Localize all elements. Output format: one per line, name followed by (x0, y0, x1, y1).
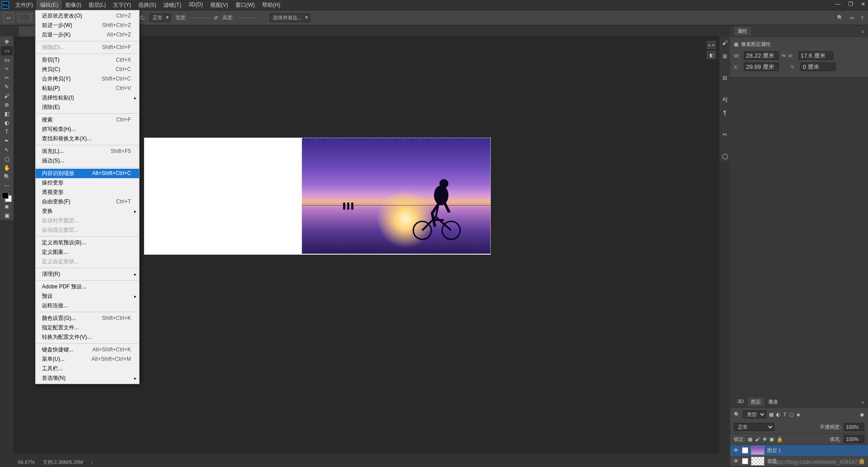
mode-dropdown[interactable]: 正常 (149, 13, 171, 22)
edit-menu-item[interactable]: 后退一步(K)Alt+Ctrl+Z (36, 30, 139, 40)
filter-adjust-icon[interactable]: ◐ (776, 412, 781, 418)
edit-menu-item[interactable]: 指定配置文件... (36, 323, 139, 332)
lock-artb-icon[interactable]: ▣ (769, 436, 774, 442)
edit-menu-item[interactable]: 首选项(N) (36, 373, 139, 383)
eyedropper-tool[interactable]: ✎ (1, 82, 13, 91)
lock-pos-icon[interactable]: ✥ (763, 436, 767, 442)
edit-menu-item[interactable]: 远程连接... (36, 301, 139, 310)
lasso-tool[interactable]: ᔓ (1, 55, 13, 64)
height-input[interactable] (238, 18, 256, 18)
minimize-button[interactable]: — (835, 1, 841, 7)
edit-menu-item[interactable]: 操控变形 (36, 178, 139, 188)
share-icon[interactable]: ⇪ (860, 15, 864, 21)
layer-thumb[interactable] (751, 446, 764, 455)
panel-menu-icon[interactable]: ≡ (862, 29, 864, 34)
canvas-close-icon[interactable]: « × (707, 41, 716, 49)
menu-视图[interactable]: 视图(V) (207, 0, 232, 10)
visibility-icon[interactable]: 👁 (733, 447, 739, 454)
link-wh-icon[interactable]: ⇋ (782, 53, 786, 58)
panel-tab-图层[interactable]: 图层 (747, 398, 764, 406)
edit-menu-item[interactable]: 剪切(T)Ctrl+X (36, 55, 139, 65)
edit-menu-item[interactable]: 自由变换(F)Ctrl+T (36, 197, 139, 207)
edit-menu-item[interactable]: 透视变形 (36, 188, 139, 197)
edit-menu-item[interactable]: 变换 (36, 207, 139, 216)
edit-menu-item[interactable]: 还原状态更改(O)Ctrl+Z (36, 11, 139, 21)
filter-kind-dropdown[interactable]: 类型 (743, 410, 766, 418)
blend-mode-dropdown[interactable]: 正常 (734, 423, 774, 431)
filter-type-icon[interactable]: T (783, 412, 787, 417)
edit-menu-item[interactable]: 前进一步(W)Shift+Ctrl+Z (36, 21, 139, 30)
menu-窗口[interactable]: 窗口(W) (232, 0, 258, 10)
workspace-icon[interactable]: ▭ (850, 15, 854, 21)
w-input[interactable] (744, 51, 779, 60)
edit-menu-item[interactable]: 拼写检查(H)... (36, 125, 139, 134)
path-tool[interactable]: ↖ (1, 145, 13, 154)
type-tool[interactable]: T (1, 127, 13, 136)
layer-name[interactable]: 图层 1 (767, 447, 865, 454)
lock-trans-icon[interactable]: ▦ (748, 436, 752, 442)
y-input[interactable] (800, 63, 836, 71)
sel-new-icon[interactable] (18, 13, 31, 22)
x-input[interactable] (744, 63, 779, 71)
edit-menu-item[interactable]: 颜色设置(G)...Shift+Ctrl+K (36, 314, 139, 323)
edit-menu-item[interactable]: 转换为配置文件(V)... (36, 332, 139, 342)
menu-3D[interactable]: 3D(D) (185, 0, 207, 10)
brush-tool[interactable]: 🖌 (1, 91, 13, 100)
crop-tool[interactable]: ✂ (1, 73, 13, 82)
zoom-level[interactable]: 66.67% (18, 459, 35, 465)
menu-文件[interactable]: 文件(F) (12, 0, 36, 10)
lock-all-icon[interactable]: 🔒 (777, 436, 783, 442)
quickmask-icon[interactable]: ◙ (1, 202, 13, 211)
edit-menu-item[interactable]: 搜索Ctrl+F (36, 115, 139, 125)
edit-menu-item[interactable]: 合并拷贝(Y)Shift+Ctrl+C (36, 74, 139, 84)
gradient-tool[interactable]: ◐ (1, 118, 13, 127)
edit-menu-item[interactable]: 选择性粘贴(I) (36, 93, 139, 103)
tool-preset-icon[interactable]: ▭ (4, 13, 14, 22)
menu-图像[interactable]: 图像(I) (62, 0, 85, 10)
edit-menu-item[interactable]: 描边(S)... (36, 156, 139, 166)
move-tool[interactable]: ✥ (1, 37, 13, 46)
pen-tool[interactable]: ✒ (1, 136, 13, 145)
filter-pixel-icon[interactable]: ▦ (769, 412, 773, 418)
edit-menu-item[interactable]: 预设 (36, 292, 139, 301)
layer-row[interactable]: 👁图层 1 (730, 445, 868, 456)
edit-menu-item[interactable]: 查找和替换文本(X)... (36, 134, 139, 144)
shape-tool[interactable]: ▢ (1, 154, 13, 163)
edit-menu-item[interactable]: 工具栏... (36, 364, 139, 373)
menu-选择[interactable]: 选择(S) (135, 0, 160, 10)
edit-menu-item[interactable]: 清除(E) (36, 103, 139, 112)
close-button[interactable]: ✕ (860, 1, 866, 7)
menu-文字[interactable]: 文字(Y) (109, 0, 135, 10)
adjust-panel-icon[interactable]: ✂ (720, 130, 729, 139)
opacity-input[interactable] (844, 423, 864, 431)
panel-tab-通道[interactable]: 通道 (764, 398, 782, 406)
menu-图层[interactable]: 图层(L) (85, 0, 110, 10)
edit-menu-item[interactable]: 菜单(U)...Alt+Shift+Ctrl+M (36, 355, 139, 364)
char-panel-icon[interactable]: A| (720, 95, 729, 104)
maximize-button[interactable]: ❐ (847, 1, 854, 7)
color-swatch[interactable] (2, 192, 12, 202)
edit-menu-item[interactable]: 键盘快捷键...Alt+Shift+Ctrl+K (36, 345, 139, 355)
edit-menu-item[interactable]: 定义画笔预设(B)... (36, 238, 139, 247)
brush-panel-icon[interactable]: 🖌 (720, 38, 729, 47)
status-arrow-icon[interactable]: › (91, 459, 93, 465)
edit-menu-item[interactable]: 拷贝(C)Ctrl+C (36, 65, 139, 74)
filter-toggle-icon[interactable]: ◉ (860, 412, 864, 418)
menu-帮助[interactable]: 帮助(H) (258, 0, 284, 10)
filter-shape-icon[interactable]: ▢ (789, 412, 794, 418)
visibility-icon[interactable]: 👁 (733, 458, 739, 464)
filter-smart-icon[interactable]: ◈ (796, 412, 800, 418)
edit-menu-item[interactable]: 定义图案... (36, 247, 139, 257)
filter-icon[interactable]: 🔍 (734, 412, 740, 418)
cc-panel-icon[interactable]: ◯ (720, 152, 729, 161)
menu-滤镜[interactable]: 滤镜(T) (160, 0, 185, 10)
properties-tab[interactable]: 属性 (734, 27, 751, 36)
select-mask-button[interactable]: 选择并遮住... (270, 13, 310, 22)
swap-icon[interactable]: ⇄ (214, 15, 218, 21)
hand-tool[interactable]: ✋ (1, 163, 13, 172)
para-panel-icon[interactable]: ¶ (720, 108, 729, 117)
marquee-tool[interactable]: ▭ (1, 46, 13, 55)
wand-tool[interactable]: ✧ (1, 64, 13, 73)
edit-menu-item[interactable]: 粘贴(P)Ctrl+V (36, 84, 139, 93)
panel-tab-3D[interactable]: 3D (734, 398, 747, 406)
